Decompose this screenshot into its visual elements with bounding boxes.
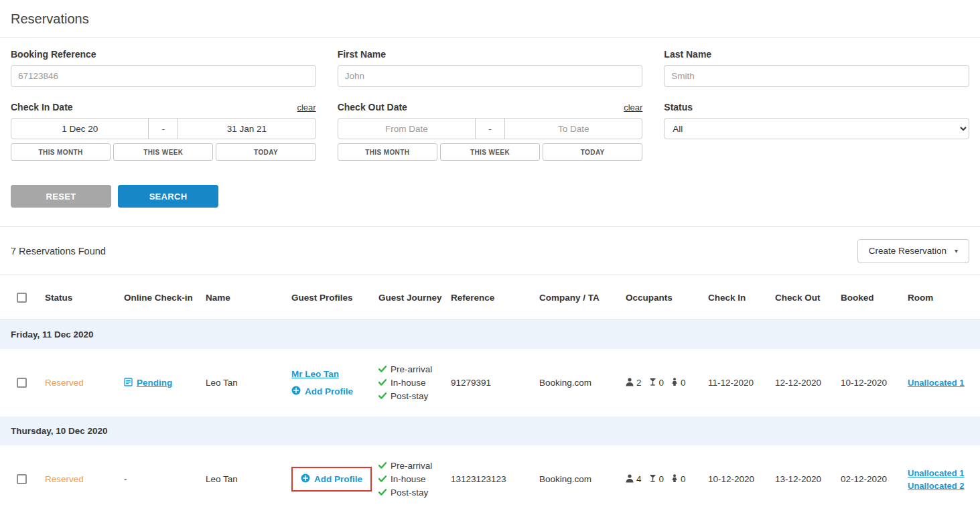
table-row: Reserved - Leo Tan Add Profile Pre-arriv… (0, 445, 980, 513)
date-group-header: Friday, 11 Dec 2020 (0, 320, 980, 349)
check-out-date-field: Check Out Date clear From Date - To Date… (338, 87, 643, 161)
guest-profile-link[interactable]: Mr Leo Tan (291, 369, 339, 379)
check-in-this-month-button[interactable]: THIS MONTH (11, 143, 111, 161)
company-ta-value: Booking.com (539, 474, 626, 484)
status-select[interactable]: All (664, 118, 969, 139)
reset-button[interactable]: RESET (11, 185, 111, 208)
add-profile-label: Add Profile (314, 474, 362, 484)
first-name-field: First Name (338, 49, 643, 87)
booking-reference-value: 91279391 (451, 378, 539, 388)
page-header: Reservations (0, 0, 980, 38)
guest-journey: Pre-arrival In-house Post-stay (378, 461, 451, 498)
adults-count: 2 (636, 378, 642, 388)
guest-name: Leo Tan (206, 378, 291, 388)
journey-stage: In-house (391, 378, 426, 388)
add-profile-link[interactable]: Add Profile (301, 473, 362, 485)
table-row: Reserved Pending Leo Tan Mr Leo Tan Add … (0, 349, 980, 417)
check-in-date-value: 11-12-2020 (708, 378, 775, 388)
col-header-room: Room (908, 293, 970, 303)
check-in-to-date[interactable]: 31 Jan 21 (178, 119, 315, 139)
col-header-status: Status (45, 293, 124, 303)
check-out-date-value: 12-12-2020 (775, 378, 841, 388)
infants-count: 0 (681, 474, 686, 484)
checkin-form-icon (124, 378, 133, 388)
booked-date-value: 02-12-2020 (841, 474, 908, 484)
occupants-cell: 2 0 0 (626, 378, 708, 388)
online-checkin-pending-link[interactable]: Pending (137, 378, 172, 388)
page-title: Reservations (11, 11, 969, 27)
check-out-from-date[interactable]: From Date (338, 119, 476, 139)
check-out-date-value: 13-12-2020 (775, 474, 841, 484)
status-field: Status All (664, 87, 969, 161)
journey-stage: Post-stay (391, 488, 428, 498)
check-icon (378, 378, 387, 388)
check-out-clear-link[interactable]: clear (624, 102, 642, 113)
room-unallocated-link[interactable]: Unallocated 1 (908, 378, 965, 388)
infant-icon (671, 378, 678, 388)
check-in-today-button[interactable]: TODAY (216, 143, 316, 161)
adult-icon (626, 378, 634, 388)
check-in-date-label: Check In Date (11, 102, 73, 113)
last-name-label: Last Name (664, 49, 969, 60)
chevron-down-icon: ▾ (955, 247, 958, 254)
children-count: 0 (659, 474, 664, 484)
check-out-this-week-button[interactable]: THIS WEEK (440, 143, 540, 161)
room-unallocated-link[interactable]: Unallocated 2 (908, 481, 965, 491)
col-header-online-checkin: Online Check-in (124, 293, 206, 303)
search-filters-panel: Booking Reference First Name Last Name C… (0, 38, 980, 227)
adults-count: 4 (636, 474, 642, 484)
check-out-today-button[interactable]: TODAY (543, 143, 642, 161)
status-badge: Reserved (45, 474, 124, 484)
col-header-reference: Reference (451, 293, 539, 303)
add-profile-link[interactable]: Add Profile (291, 386, 353, 397)
create-reservation-button[interactable]: Create Reservation ▾ (857, 239, 969, 263)
results-count: 7 Reservations Found (11, 246, 106, 256)
check-in-clear-link[interactable]: clear (297, 102, 316, 113)
child-icon (649, 378, 656, 388)
check-in-date-value: 10-12-2020 (708, 474, 775, 484)
date-range-separator: - (476, 119, 505, 139)
col-header-guest-profiles: Guest Profiles (291, 293, 378, 303)
row-checkbox[interactable] (17, 378, 27, 388)
online-checkin-empty: - (124, 474, 206, 484)
select-all-checkbox[interactable] (17, 293, 27, 303)
check-in-date-field: Check In Date clear 1 Dec 20 - 31 Jan 21… (11, 87, 316, 161)
booking-reference-value: 13123123123 (451, 474, 539, 484)
check-out-this-month-button[interactable]: THIS MONTH (338, 143, 437, 161)
check-out-to-date[interactable]: To Date (505, 119, 642, 139)
last-name-field: Last Name (664, 49, 969, 87)
reservations-table: Status Online Check-in Name Guest Profil… (0, 275, 980, 513)
col-header-booked: Booked (841, 293, 908, 303)
search-button[interactable]: SEARCH (118, 185, 218, 208)
journey-stage: Pre-arrival (391, 461, 432, 471)
first-name-label: First Name (338, 49, 643, 60)
col-header-guest-journey: Guest Journey (378, 293, 451, 303)
room-unallocated-link[interactable]: Unallocated 1 (908, 468, 965, 478)
first-name-input[interactable] (338, 65, 643, 87)
results-bar: 7 Reservations Found Create Reservation … (0, 227, 980, 275)
check-in-this-week-button[interactable]: THIS WEEK (113, 143, 213, 161)
check-icon (378, 461, 387, 471)
add-profile-label: Add Profile (305, 386, 353, 396)
col-header-company-ta: Company / TA (539, 293, 626, 303)
check-icon (378, 488, 387, 498)
status-badge: Reserved (45, 378, 124, 388)
journey-stage: In-house (391, 474, 426, 484)
col-header-occupants: Occupants (626, 293, 708, 303)
booking-reference-field: Booking Reference (11, 49, 316, 87)
col-header-check-out: Check Out (775, 293, 841, 303)
journey-stage: Pre-arrival (391, 364, 432, 374)
check-icon (378, 474, 387, 484)
col-header-check-in: Check In (708, 293, 775, 303)
last-name-input[interactable] (664, 65, 969, 87)
booked-date-value: 10-12-2020 (841, 378, 908, 388)
booking-reference-input[interactable] (11, 65, 316, 87)
guest-name: Leo Tan (206, 474, 291, 484)
plus-circle-icon (291, 386, 301, 397)
row-checkbox[interactable] (17, 474, 27, 484)
check-icon (378, 391, 387, 401)
check-in-date-range: 1 Dec 20 - 31 Jan 21 (11, 118, 316, 139)
check-in-from-date[interactable]: 1 Dec 20 (11, 119, 149, 139)
table-header-row: Status Online Check-in Name Guest Profil… (0, 275, 980, 320)
check-out-date-label: Check Out Date (338, 102, 407, 113)
